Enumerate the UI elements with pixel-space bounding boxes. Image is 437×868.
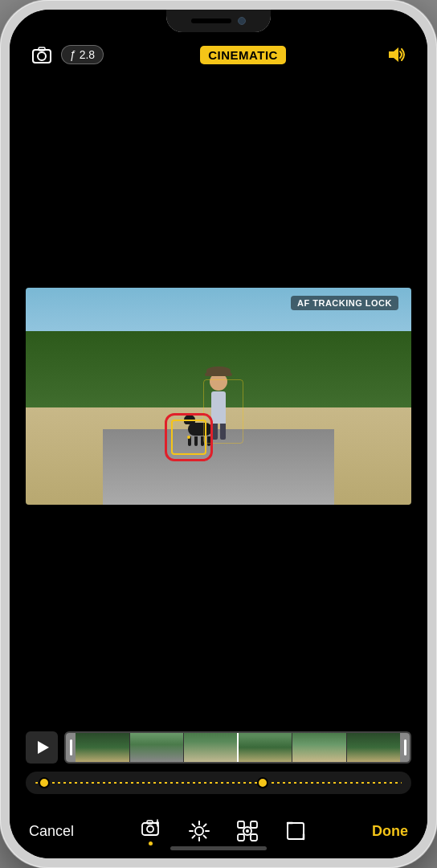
- front-camera: [238, 17, 246, 25]
- scene: AF TRACKING LOCK: [26, 288, 411, 505]
- toolbar-icons: [140, 817, 307, 845]
- svg-line-18: [192, 836, 194, 838]
- depth-track[interactable]: [26, 772, 411, 794]
- cinematic-badge[interactable]: CINEMATIC: [200, 46, 286, 64]
- timeline-row: [26, 731, 411, 764]
- aperture-badge[interactable]: ƒ 2.8: [61, 45, 104, 64]
- done-button[interactable]: Done: [372, 823, 408, 840]
- frame-thumb-2: [130, 733, 185, 762]
- screen: ƒ 2.8 CINEMATIC: [10, 10, 427, 858]
- svg-rect-24: [251, 834, 257, 841]
- video-container: AF TRACKING LOCK: [10, 77, 427, 731]
- timeline-strip[interactable]: [64, 731, 411, 764]
- video-frame[interactable]: AF TRACKING LOCK: [26, 288, 411, 505]
- cancel-button[interactable]: Cancel: [29, 823, 74, 840]
- person-hat-brim: [205, 373, 232, 376]
- camera-sparkle-icon-btn[interactable]: [140, 817, 162, 845]
- handle-bar-right: [404, 739, 406, 755]
- frame-thumb-3: [184, 733, 239, 762]
- frame-thumb-4: [239, 733, 293, 762]
- dog-focus-ring[interactable]: [165, 413, 213, 461]
- phone-screen: ƒ 2.8 CINEMATIC: [10, 10, 427, 858]
- svg-line-16: [203, 836, 206, 838]
- focus-point-icon-btn[interactable]: [236, 820, 259, 842]
- af-tracking-label: AF TRACKING LOCK: [291, 296, 398, 310]
- camera-sparkle-dot: [149, 841, 153, 845]
- svg-line-15: [192, 825, 194, 827]
- play-icon: [38, 741, 49, 754]
- toolbar: Cancel: [10, 810, 427, 858]
- svg-point-1: [38, 52, 46, 60]
- speaker: [191, 18, 231, 23]
- svg-point-10: [195, 827, 203, 835]
- depth-marker-start[interactable]: [39, 777, 50, 788]
- frame-thumb-6: [347, 733, 401, 762]
- svg-point-20: [246, 829, 249, 833]
- timeline-left-handle[interactable]: [66, 733, 76, 762]
- svg-rect-23: [238, 834, 244, 841]
- top-left-controls: ƒ 2.8: [29, 42, 104, 68]
- notch: [166, 10, 271, 32]
- home-indicator[interactable]: [170, 846, 267, 850]
- camera-icon[interactable]: [29, 42, 55, 68]
- frame-thumb-1: [76, 733, 130, 762]
- svg-rect-21: [238, 821, 244, 828]
- timeline-right-handle[interactable]: [400, 733, 410, 762]
- svg-rect-22: [251, 821, 257, 828]
- frame-thumb-5: [292, 733, 347, 762]
- bottom-area: [10, 731, 427, 810]
- phone-frame: ƒ 2.8 CINEMATIC: [0, 0, 437, 868]
- crop-icon-btn[interactable]: [284, 820, 307, 842]
- focus-yellow-box: [171, 420, 206, 455]
- depth-marker-current[interactable]: [257, 777, 268, 788]
- svg-point-5: [147, 826, 153, 833]
- svg-rect-4: [142, 823, 158, 835]
- focus-center-dot: [187, 436, 190, 439]
- depth-dot-line: [35, 782, 402, 784]
- svg-rect-25: [288, 823, 304, 839]
- svg-rect-6: [147, 821, 153, 824]
- handle-bar-left: [70, 739, 72, 755]
- sound-icon[interactable]: [382, 42, 408, 68]
- svg-line-17: [203, 825, 206, 827]
- svg-marker-3: [389, 47, 398, 62]
- playhead[interactable]: [237, 731, 239, 764]
- play-button[interactable]: [26, 731, 58, 764]
- brightness-icon-btn[interactable]: [188, 820, 210, 842]
